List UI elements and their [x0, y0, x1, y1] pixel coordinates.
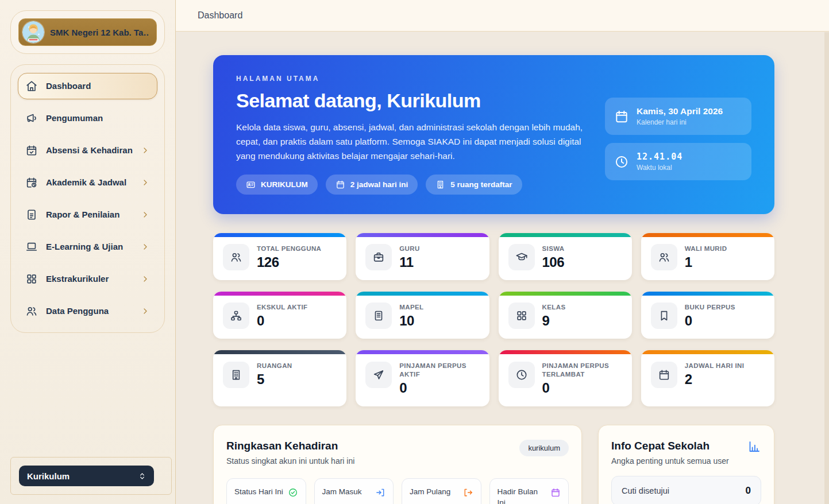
grid-icon: [508, 303, 535, 329]
stat-accent-bar: [499, 292, 632, 296]
stat-value: 126: [257, 254, 321, 270]
sidebar: SMK Negeri 12 Kab. Ta… Dashboard Pengumu…: [0, 0, 176, 504]
stat-card-ekskul-aktif[interactable]: EKSKUL AKTIF 0: [213, 292, 346, 339]
calendar-icon: [550, 487, 561, 498]
banner-description: Kelola data siswa, guru, absensi, jadwal…: [236, 120, 588, 163]
stat-label: RUANGAN: [257, 362, 292, 370]
schedule-badge[interactable]: 2 jadwal hari ini: [326, 175, 418, 195]
stats-grid: TOTAL PENGGUNA 126 GURU 11: [213, 233, 774, 406]
stat-accent-bar: [356, 350, 489, 354]
welcome-banner-left: HALAMAN UTAMA Selamat datang, Kurikulum …: [236, 75, 588, 195]
file-lines-icon: [25, 208, 38, 221]
stat-value: 5: [257, 371, 292, 387]
paper-plane-icon: [365, 362, 392, 388]
attendance-card-jam-masuk[interactable]: Jam Masuk -: [314, 478, 394, 504]
sidebar-item-label: E-Learning & Ujian: [46, 242, 133, 253]
stat-card-pinjaman-perpus-aktif[interactable]: PINJAMAN PERPUS AKTIF 0: [356, 350, 489, 406]
sidebar-item-elearning-ujian[interactable]: E-Learning & Ujian: [18, 234, 157, 260]
stat-label: TOTAL PENGGUNA: [257, 245, 321, 253]
sidebar-nav: Dashboard Pengumuman Absensi & Kehadiran…: [10, 64, 165, 333]
content-area: HALAMAN UTAMA Selamat datang, Kurikulum …: [176, 32, 829, 504]
grid-icon: [25, 273, 38, 285]
stat-value: 0: [399, 380, 479, 396]
attendance-card-hadir-bulan-ini[interactable]: Hadir Bulan Ini 0: [489, 478, 569, 504]
sidebar-item-dashboard[interactable]: Dashboard: [18, 73, 157, 99]
stat-card-siswa[interactable]: SISWA 106: [499, 233, 632, 280]
stat-accent-bar: [356, 233, 489, 237]
stat-value: 0: [257, 313, 308, 329]
welcome-banner: HALAMAN UTAMA Selamat datang, Kurikulum …: [213, 55, 774, 214]
attendance-subtitle: Status singkat akun ini untuk hari ini: [226, 456, 354, 466]
stat-accent-bar: [641, 350, 774, 354]
attendance-card-status-hari-ini[interactable]: Status Hari Ini Tidak: [226, 478, 306, 504]
attendance-card-label: Status Hari Ini: [234, 487, 283, 497]
sidebar-footer: Kurikulum: [10, 457, 172, 495]
stat-value: 0: [685, 313, 735, 329]
calendar-clock-icon: [25, 176, 38, 189]
quick-info-row-cuti: Cuti disetujui 0: [611, 476, 761, 504]
stat-card-total-pengguna[interactable]: TOTAL PENGGUNA 126: [213, 233, 346, 280]
stat-card-mapel[interactable]: MAPEL 10: [356, 292, 489, 339]
date-card-label: Kalender hari ini: [637, 118, 723, 126]
stat-card-buku-perpus[interactable]: BUKU PERPUS 0: [641, 292, 774, 339]
sign-out-icon: [463, 487, 473, 498]
stat-card-wali-murid[interactable]: WALI MURID 1: [641, 233, 774, 280]
topbar: Dashboard: [176, 0, 829, 32]
sidebar-item-akademik-jadwal[interactable]: Akademik & Jadwal: [18, 169, 157, 196]
school-avatar: [22, 21, 44, 43]
role-select[interactable]: Kurikulum: [19, 466, 154, 486]
quick-info-subtitle: Angka penting untuk semua user: [611, 456, 729, 466]
stat-label: PINJAMAN PERPUS TERLAMBAT: [542, 362, 622, 379]
home-icon: [25, 80, 38, 92]
schedule-badge-label: 2 jadwal hari ini: [350, 180, 408, 189]
building-icon: [435, 180, 445, 189]
building-icon: [223, 362, 249, 388]
check-circle-icon: [288, 487, 298, 498]
sidebar-item-pengumuman[interactable]: Pengumuman: [18, 105, 157, 131]
sidebar-item-ekstrakurikuler[interactable]: Ekstrakurikuler: [18, 266, 157, 292]
attendance-card-label: Jam Pulang: [410, 487, 450, 497]
stat-label: PINJAMAN PERPUS AKTIF: [399, 362, 479, 379]
stat-card-guru[interactable]: GURU 11: [356, 233, 489, 280]
sidebar-item-rapor-penilaian[interactable]: Rapor & Penilaian: [18, 201, 157, 228]
stat-label: EKSKUL AKTIF: [257, 303, 308, 312]
stat-value: 106: [542, 254, 565, 270]
attendance-card-label: Jam Masuk: [322, 487, 362, 497]
calendar-icon: [336, 180, 345, 189]
sidebar-item-label: Pengumuman: [46, 113, 133, 124]
id-card-icon: [246, 180, 256, 189]
stat-card-ruangan[interactable]: RUANGAN 5: [213, 350, 346, 406]
calendar-icon: [614, 109, 629, 124]
stat-accent-bar: [213, 350, 346, 354]
chevron-right-icon: [141, 274, 150, 284]
calendar-check-icon: [25, 144, 38, 157]
stat-card-jadwal-hari-ini[interactable]: JADWAL HARI INI 2: [641, 350, 774, 406]
page-title: Dashboard: [198, 10, 242, 21]
sidebar-item-data-pengguna[interactable]: Data Pengguna: [18, 298, 157, 324]
stat-value: 10: [399, 313, 423, 329]
welcome-banner-right: Kamis, 30 April 2026 Kalender hari ini 1…: [605, 75, 751, 195]
rooms-badge-label: 5 ruang terdaftar: [450, 180, 512, 189]
users-icon: [223, 244, 249, 270]
users-icon: [651, 244, 677, 270]
clock-icon: [614, 154, 629, 169]
attendance-card-jam-pulang[interactable]: Jam Pulang -: [402, 478, 481, 504]
stat-value: 9: [542, 313, 566, 329]
stat-card-pinjaman-perpus-terlambat[interactable]: PINJAMAN PERPUS TERLAMBAT 0: [499, 350, 632, 406]
school-button[interactable]: SMK Negeri 12 Kab. Ta…: [18, 18, 157, 46]
laptop-icon: [25, 241, 38, 253]
sidebar-item-label: Dashboard: [46, 81, 133, 92]
rooms-badge[interactable]: 5 ruang terdaftar: [426, 175, 522, 195]
attendance-summary-panel: Ringkasan Kehadiran Status singkat akun …: [213, 425, 582, 504]
stat-label: KELAS: [542, 303, 566, 312]
stat-value: 1: [685, 254, 727, 270]
role-badge[interactable]: KURIKULUM: [236, 175, 318, 195]
school-name: SMK Negeri 12 Kab. Ta…: [50, 28, 149, 37]
scrollbar[interactable]: [824, 32, 829, 504]
time-card: 12.41.04 Waktu lokal: [605, 143, 751, 180]
calendar-icon: [651, 362, 677, 388]
stat-card-kelas[interactable]: KELAS 9: [499, 292, 632, 339]
sidebar-item-absensi-kehadiran[interactable]: Absensi & Kehadiran: [18, 137, 157, 164]
clock-icon: [508, 362, 535, 388]
chevrons-up-down-icon: [137, 471, 147, 481]
